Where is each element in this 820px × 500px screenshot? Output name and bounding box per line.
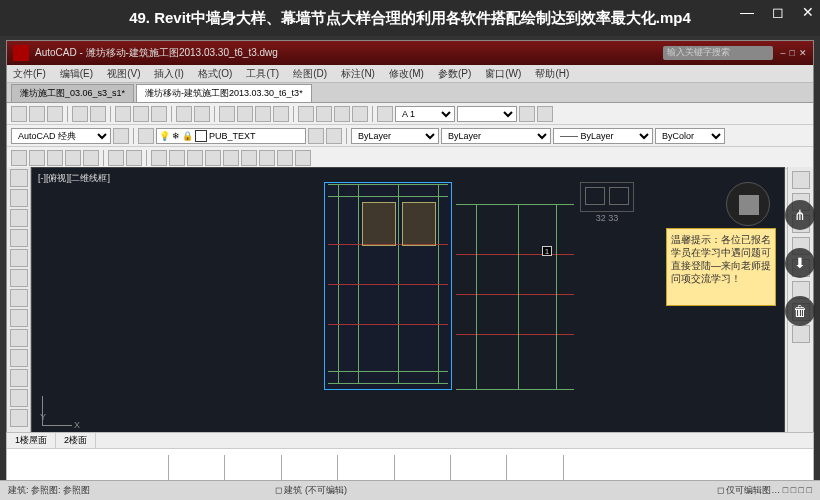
arc-icon[interactable]	[65, 150, 81, 166]
print-icon[interactable]	[72, 106, 88, 122]
document-tab[interactable]: 潍坊施工图_03.06_s3_s1*	[11, 84, 134, 102]
copy2-icon[interactable]	[169, 150, 185, 166]
menu-dimension[interactable]: 标注(N)	[341, 67, 375, 81]
drawing-region	[328, 184, 448, 384]
plotstyle-select[interactable]: ByColor	[655, 128, 725, 144]
workspace-settings-icon[interactable]	[113, 128, 129, 144]
share-button[interactable]: ⋔	[785, 200, 815, 230]
cut-icon[interactable]	[115, 106, 131, 122]
erase-icon[interactable]	[792, 171, 810, 189]
menu-draw[interactable]: 绘图(D)	[293, 67, 327, 81]
linetype-select[interactable]: ByLayer	[441, 128, 551, 144]
scale-select[interactable]	[457, 106, 517, 122]
close-button[interactable]: ✕	[802, 4, 814, 20]
zoom-icon[interactable]	[237, 106, 253, 122]
arc-tool-icon[interactable]	[10, 249, 28, 267]
open-icon[interactable]	[29, 106, 45, 122]
offset-icon[interactable]	[277, 150, 293, 166]
menu-parametric[interactable]: 参数(P)	[438, 67, 471, 81]
circle-icon[interactable]	[47, 150, 63, 166]
left-toolbar	[7, 167, 31, 447]
pline-icon[interactable]	[29, 150, 45, 166]
menu-file[interactable]: 文件(F)	[13, 67, 46, 81]
lineweight-select[interactable]: —— ByLayer	[553, 128, 653, 144]
layer-select[interactable]: 💡❄🔒 PUB_TEXT	[156, 128, 306, 144]
acad-titlebar: AutoCAD - 潍坊移动-建筑施工图2013.03.30_t6_t3.dwg…	[7, 41, 813, 65]
pan-icon[interactable]	[219, 106, 235, 122]
ellipse-tool-icon[interactable]	[10, 309, 28, 327]
drawing-canvas[interactable]: [-][俯视][二维线框] 1	[31, 167, 785, 447]
menu-modify[interactable]: 修改(M)	[389, 67, 424, 81]
download-button[interactable]: ⬇	[785, 248, 815, 278]
acad-logo-icon	[13, 45, 29, 61]
block-tool-icon[interactable]	[10, 329, 28, 347]
bottom-tab[interactable]: 1楼屋面	[7, 433, 56, 448]
acad-maximize-button[interactable]: □	[790, 48, 795, 58]
hatch-icon[interactable]	[108, 150, 124, 166]
misc-icon[interactable]	[537, 106, 553, 122]
extend-icon[interactable]	[259, 150, 275, 166]
acad-minimize-button[interactable]: –	[781, 48, 786, 58]
scale-icon[interactable]	[223, 150, 239, 166]
menu-window[interactable]: 窗口(W)	[485, 67, 521, 81]
scale-tool-icon[interactable]	[792, 325, 810, 343]
designcenter-icon[interactable]	[316, 106, 332, 122]
copy-icon[interactable]	[133, 106, 149, 122]
properties-icon[interactable]	[298, 106, 314, 122]
menu-help[interactable]: 帮助(H)	[535, 67, 569, 81]
layer-props-icon[interactable]	[138, 128, 154, 144]
redo-icon[interactable]	[194, 106, 210, 122]
delete-button[interactable]: 🗑	[785, 296, 815, 326]
pline-tool-icon[interactable]	[10, 189, 28, 207]
menu-edit[interactable]: 编辑(E)	[60, 67, 93, 81]
fillet-icon[interactable]	[295, 150, 311, 166]
acad-title: AutoCAD - 潍坊移动-建筑施工图2013.03.30_t6_t3.dwg	[35, 46, 278, 60]
viewport-label: [-][俯视][二维线框]	[38, 172, 110, 185]
window-titlebar: 49. Revit中墙身大样、幕墙节点大样合理的利用各软件搭配绘制达到效率最大化…	[0, 0, 820, 36]
sheetset-icon[interactable]	[352, 106, 368, 122]
menu-format[interactable]: 格式(O)	[198, 67, 232, 81]
maximize-button[interactable]: ◻	[772, 4, 784, 20]
acad-close-button[interactable]: ✕	[799, 48, 807, 58]
bottom-tab[interactable]: 2楼面	[56, 433, 96, 448]
help-icon[interactable]	[377, 106, 393, 122]
layer-prev-icon[interactable]	[326, 128, 342, 144]
status-mid: ◻ 建筑 (不可编辑)	[275, 484, 347, 497]
color-select[interactable]: ByLayer	[351, 128, 439, 144]
move-icon[interactable]	[151, 150, 167, 166]
spline-tool-icon[interactable]	[10, 289, 28, 307]
circle-tool-icon[interactable]	[10, 269, 28, 287]
annotation-scale-select[interactable]: A 1	[395, 106, 455, 122]
zoom-window-icon[interactable]	[255, 106, 271, 122]
viewcube[interactable]	[726, 182, 770, 226]
undo-icon[interactable]	[176, 106, 192, 122]
mirror-icon[interactable]	[205, 150, 221, 166]
paste-icon[interactable]	[151, 106, 167, 122]
minimize-button[interactable]: —	[740, 4, 754, 20]
preview-icon[interactable]	[90, 106, 106, 122]
polygon-tool-icon[interactable]	[10, 209, 28, 227]
rotate-icon[interactable]	[187, 150, 203, 166]
line-icon[interactable]	[11, 150, 27, 166]
save-icon[interactable]	[47, 106, 63, 122]
zoom-previous-icon[interactable]	[273, 106, 289, 122]
point-tool-icon[interactable]	[10, 349, 28, 367]
region-tool-icon[interactable]	[10, 389, 28, 407]
new-icon[interactable]	[11, 106, 27, 122]
menu-tools[interactable]: 工具(T)	[246, 67, 279, 81]
text-tool-icon[interactable]	[10, 409, 28, 427]
misc-icon[interactable]	[519, 106, 535, 122]
layer-iso-icon[interactable]	[308, 128, 324, 144]
document-tab[interactable]: 潍坊移动-建筑施工图2013.03.30_t6_t3*	[136, 84, 312, 102]
toolpalettes-icon[interactable]	[334, 106, 350, 122]
rect-tool-icon[interactable]	[10, 229, 28, 247]
menu-view[interactable]: 视图(V)	[107, 67, 140, 81]
workspace-select[interactable]: AutoCAD 经典	[11, 128, 111, 144]
rect-icon[interactable]	[83, 150, 99, 166]
text-icon[interactable]	[126, 150, 142, 166]
search-input[interactable]: 输入关键字搜索	[663, 46, 773, 60]
hatch-tool-icon[interactable]	[10, 369, 28, 387]
trim-icon[interactable]	[241, 150, 257, 166]
menu-insert[interactable]: 插入(I)	[154, 67, 183, 81]
line-tool-icon[interactable]	[10, 169, 28, 187]
